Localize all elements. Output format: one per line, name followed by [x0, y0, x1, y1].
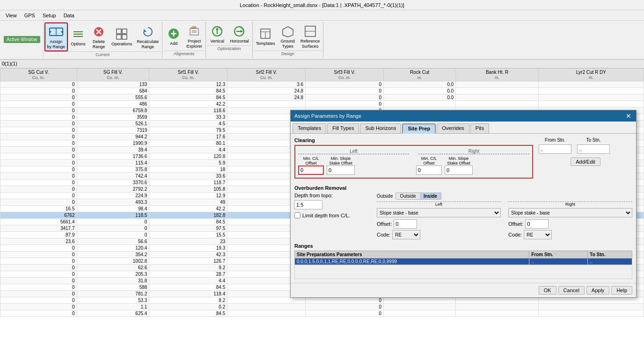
overburden-title: Overburden Removal: [294, 185, 632, 191]
tab-sub-horizons[interactable]: Sub Horizons: [360, 123, 401, 133]
help-button[interactable]: Help: [611, 286, 632, 295]
to-stn-input[interactable]: [577, 144, 610, 154]
menu-item-gps[interactable]: GPS: [21, 12, 39, 19]
right-code-select[interactable]: RE: [524, 230, 552, 239]
table-row: 01.10.20: [0, 303, 644, 310]
overburden-left: Depth from topo: Limit depth from C/L.: [294, 193, 369, 218]
right-code-label: Code:: [508, 232, 522, 237]
clearing-left-min-slope-input[interactable]: [327, 165, 355, 175]
ranges-title: Ranges: [294, 243, 632, 249]
ranges-row[interactable]: 0,0,0,1.5,0,0,1,1,RE,RE,0,0,0,0,RE,RE,0,…: [295, 259, 632, 265]
clearing-right-label: Right: [418, 149, 529, 154]
clearing-right-min-cl-input[interactable]: [416, 165, 442, 175]
clearing-left-label: Left: [298, 149, 409, 154]
limit-depth-row: Limit depth from C/L.: [294, 212, 369, 218]
assign-by-range-button[interactable]: Assignby Range: [44, 22, 68, 51]
tab-overrides[interactable]: Overrides: [437, 123, 469, 133]
left-offset-row: Offset:: [377, 219, 501, 229]
ok-button[interactable]: OK: [539, 286, 556, 295]
col-header-lyr2cutdy: Lyr2 Cut R DYm.: [538, 68, 644, 81]
svg-rect-11: [122, 29, 127, 34]
delete-range-button[interactable]: DeleteRange: [88, 23, 109, 51]
right-slope-select[interactable]: Slope stake - base: [508, 208, 632, 217]
from-to-inputs: [539, 144, 632, 154]
svg-marker-3: [61, 30, 63, 33]
menu-item-data[interactable]: Data: [60, 12, 78, 19]
svg-rect-13: [122, 35, 127, 39]
lr-dropdowns: Left Slope stake - base Offset:: [377, 201, 632, 239]
left-code-row: Code: RE: [377, 230, 501, 239]
options-icon: [71, 27, 86, 42]
ranges-from-cell: ..: [529, 259, 588, 265]
svg-marker-14: [144, 29, 146, 32]
from-stn-input[interactable]: [539, 144, 571, 154]
alignments-group-label: Alignments: [163, 50, 205, 56]
project-explorer-label: ProjectExplorer: [186, 39, 202, 49]
dialog-title-bar: Assign Parameters by Range ✕: [291, 110, 636, 122]
right-dropdown-group: Right Slope stake - base Offset:: [508, 201, 632, 239]
clearing-right-min-slope-input[interactable]: [445, 165, 473, 175]
ground-types-button[interactable]: GroundTypes: [278, 22, 298, 50]
svg-rect-6: [73, 36, 83, 37]
menu-item-setup[interactable]: Setup: [39, 12, 60, 19]
from-to-header: From Stn. To Stn.: [539, 137, 632, 143]
add-edit-button[interactable]: Add/Edit: [571, 158, 600, 166]
project-explorer-button[interactable]: ProjectExplorer: [184, 22, 205, 50]
table-row: 0555.684.524.800.0: [0, 94, 644, 101]
right-offset-row: Offset:: [508, 219, 632, 229]
operations-button[interactable]: Operations: [109, 25, 134, 48]
overburden-right: Outside Outside Inside Left: [377, 193, 632, 239]
right-code-row: Code: RE: [508, 230, 632, 239]
clearing-section-title: Clearing: [294, 137, 533, 143]
operations-icon: [114, 27, 129, 42]
limit-depth-checkbox[interactable]: [294, 212, 300, 218]
col-header-srf1fillv: Srf1 Fill V.Cu. m.: [149, 68, 227, 81]
tab-templates[interactable]: Templates: [293, 123, 326, 133]
left-code-select[interactable]: RE: [392, 230, 420, 239]
menu-item-view[interactable]: View: [2, 12, 21, 19]
apply-button[interactable]: Apply: [586, 286, 610, 295]
limit-depth-label[interactable]: Limit depth from C/L.: [294, 212, 369, 218]
inside-toggle-btn[interactable]: Inside: [420, 193, 441, 199]
cancel-button[interactable]: Cancel: [558, 286, 585, 295]
operations-label: Operations: [111, 42, 132, 47]
tab-site-prep[interactable]: Site Prep: [402, 123, 436, 134]
templates-label: Templates: [256, 41, 275, 46]
depth-value-input[interactable]: [294, 200, 322, 209]
horizontal-label: Horizontal: [230, 39, 249, 44]
depth-label: Depth from topo:: [294, 193, 333, 198]
current-group-label: Current: [44, 51, 161, 57]
tab-pits[interactable]: Pits: [470, 123, 489, 133]
vertical-button[interactable]: Vertical: [207, 22, 227, 45]
clearing-fields-row: Min. C/LOffset Min. SlopeStake Offset: [298, 156, 529, 175]
add-button[interactable]: Add: [163, 25, 184, 48]
data-row-header: 0(1)(1): [0, 60, 644, 68]
svg-rect-10: [117, 29, 121, 34]
svg-marker-2: [50, 30, 51, 33]
templates-button[interactable]: Templates: [254, 25, 278, 48]
tab-fill-types[interactable]: Fill Types: [327, 123, 359, 133]
right-offset-input[interactable]: [525, 219, 549, 229]
left-offset-input[interactable]: [394, 219, 417, 229]
clearing-min-cl-label: Min. C/LOffset: [298, 156, 324, 165]
outside-label: Outside: [377, 194, 393, 199]
assign-by-range-label: Assignby Range: [47, 39, 66, 50]
recalculate-range-button[interactable]: RecalculateRange: [134, 23, 161, 51]
optimization-group-label: Optimization: [207, 45, 251, 51]
ranges-to-cell: ..: [588, 259, 632, 265]
svg-rect-5: [73, 34, 83, 35]
dialog-close-button[interactable]: ✕: [625, 112, 632, 120]
ranges-empty-row: [295, 265, 632, 279]
ranges-section: Ranges Site Preparations Parameters From…: [294, 243, 632, 279]
options-button[interactable]: Options: [68, 25, 88, 48]
title-bar: Location - RockHeight_small.dsnx - [Data…: [0, 0, 644, 10]
reference-surfaces-button[interactable]: ReferenceSurfaces: [298, 22, 322, 50]
toolbar-group-alignments: Add ProjectExplorer Alignments: [162, 22, 206, 58]
clearing-left-min-cl-input[interactable]: [298, 165, 324, 175]
outside-toggle-btn[interactable]: Outside: [396, 193, 419, 199]
add-label: Add: [170, 41, 177, 46]
horizontal-button[interactable]: Horizontal: [227, 22, 251, 45]
left-slope-select[interactable]: Slope stake - base: [377, 208, 501, 217]
table-row: 048642.20: [0, 101, 644, 107]
right-offset-label: Offset:: [508, 221, 523, 227]
